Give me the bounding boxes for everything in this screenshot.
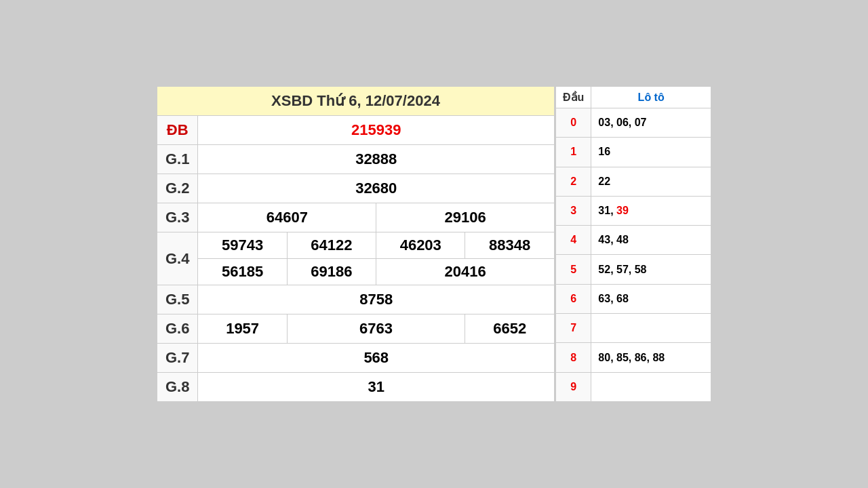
- loto-dau-header: Đầu: [556, 87, 591, 108]
- loto-row: 7: [556, 314, 711, 343]
- g4-val5: 56185: [198, 259, 287, 285]
- loto-row: 003, 06, 07: [556, 108, 711, 138]
- g8-value: 31: [198, 373, 555, 402]
- g5-label: G.5: [157, 285, 198, 314]
- loto-dau-cell: 8: [556, 343, 591, 372]
- loto-row: 552, 57, 58: [556, 255, 711, 284]
- g5-value: 8758: [198, 285, 555, 314]
- loto-dau-cell: 1: [556, 138, 591, 167]
- loto-row: 663, 68: [556, 284, 711, 313]
- g2-value: 32680: [198, 174, 555, 203]
- loto-row: 9: [556, 372, 711, 401]
- g4-val3: 46203: [376, 232, 465, 259]
- db-label: ĐB: [157, 116, 198, 145]
- g4-val6: 69186: [287, 259, 376, 285]
- loto-dau-cell: 6: [556, 284, 591, 313]
- loto-dau-cell: 5: [556, 255, 591, 284]
- loto-dau-cell: 4: [556, 226, 591, 255]
- table-header: XSBD Thứ 6, 12/07/2024: [157, 87, 555, 116]
- loto-row: 443, 48: [556, 226, 711, 255]
- g7-label: G.7: [157, 344, 198, 373]
- g3-value-2: 29106: [376, 203, 555, 232]
- db-row: ĐB 215939: [157, 116, 555, 145]
- loto-table: Đầu Lô tô 003, 06, 07116222331, 39443, 4…: [555, 86, 711, 402]
- loto-header: Lô tô: [591, 87, 711, 108]
- results-table: XSBD Thứ 6, 12/07/2024 ĐB 215939 G.1 328…: [157, 86, 555, 402]
- loto-dau-cell: 0: [556, 108, 591, 138]
- g4-val2: 64122: [287, 232, 376, 259]
- g3-value-1: 64607: [198, 203, 376, 232]
- g6-row: G.6 1957 6763 6652: [157, 314, 555, 344]
- loto-value-cell: [591, 372, 711, 401]
- loto-row: 222: [556, 167, 711, 196]
- g4-label: G.4: [157, 232, 198, 285]
- g4-row1: G.4 59743 64122 46203 88348: [157, 232, 555, 259]
- g7-value: 568: [198, 344, 555, 373]
- loto-value-cell: 43, 48: [591, 226, 711, 255]
- g4-val4: 88348: [465, 232, 555, 259]
- main-container: XSBD Thứ 6, 12/07/2024 ĐB 215939 G.1 328…: [156, 85, 712, 403]
- g3-row: G.3 64607 29106: [157, 203, 555, 232]
- g1-row: G.1 32888: [157, 145, 555, 174]
- loto-dau-cell: 7: [556, 314, 591, 343]
- loto-dau-cell: 2: [556, 167, 591, 196]
- g6-val3: 6652: [465, 314, 555, 344]
- db-value: 215939: [198, 116, 555, 145]
- g3-label: G.3: [157, 203, 198, 232]
- g2-label: G.2: [157, 174, 198, 203]
- g4-val1: 59743: [198, 232, 287, 259]
- g8-label: G.8: [157, 373, 198, 402]
- loto-row: 116: [556, 138, 711, 167]
- g8-row: G.8 31: [157, 373, 555, 402]
- loto-value-cell: 63, 68: [591, 284, 711, 313]
- g6-val2: 6763: [287, 314, 465, 344]
- g4-row2: 56185 69186 20416: [157, 259, 555, 285]
- loto-value-cell: 31, 39: [591, 196, 711, 225]
- g5-row: G.5 8758: [157, 285, 555, 314]
- loto-dau-cell: 3: [556, 196, 591, 225]
- loto-value-cell: 03, 06, 07: [591, 108, 711, 138]
- loto-row: 880, 85, 86, 88: [556, 343, 711, 372]
- loto-row: 331, 39: [556, 196, 711, 225]
- g4-val7: 20416: [376, 259, 555, 285]
- loto-value-cell: [591, 314, 711, 343]
- g1-label: G.1: [157, 145, 198, 174]
- g6-label: G.6: [157, 314, 198, 344]
- g2-row: G.2 32680: [157, 174, 555, 203]
- loto-value-cell: 80, 85, 86, 88: [591, 343, 711, 372]
- loto-value-cell: 22: [591, 167, 711, 196]
- g1-value: 32888: [198, 145, 555, 174]
- g7-row: G.7 568: [157, 344, 555, 373]
- loto-value-cell: 52, 57, 58: [591, 255, 711, 284]
- loto-value-cell: 16: [591, 138, 711, 167]
- g6-val1: 1957: [198, 314, 287, 344]
- loto-dau-cell: 9: [556, 372, 591, 401]
